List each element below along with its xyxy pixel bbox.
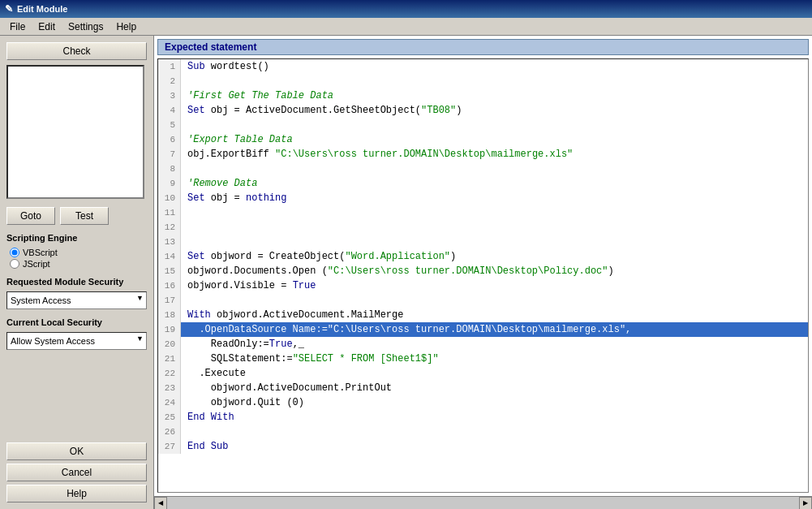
table-row: 2 <box>158 74 808 88</box>
scripting-engine-group: VBScript JScript <box>10 248 147 269</box>
security-dropdown[interactable]: System Access Local Access No Access <box>6 291 147 309</box>
code-line[interactable]: .OpenDataSource Name:="C:\Users\ross tur… <box>181 322 808 337</box>
jscript-option[interactable]: JScript <box>10 259 147 269</box>
table-row: 22 .Execute <box>158 366 808 381</box>
code-line[interactable] <box>181 235 808 249</box>
check-button[interactable]: Check <box>6 42 147 60</box>
code-line[interactable]: End Sub <box>181 439 808 454</box>
jscript-radio[interactable] <box>10 259 19 269</box>
table-row: 25End With <box>158 410 808 425</box>
table-row: 20 ReadOnly:=True,_ <box>158 337 808 352</box>
line-number: 22 <box>158 366 181 381</box>
table-row: 18With objword.ActiveDocument.MailMerge <box>158 308 808 322</box>
code-line[interactable]: ReadOnly:=True,_ <box>181 337 808 352</box>
code-line[interactable]: objword.Documents.Open ("C:\Users\ross t… <box>181 264 808 278</box>
goto-button[interactable]: Goto <box>6 207 55 225</box>
code-line[interactable]: With objword.ActiveDocument.MailMerge <box>181 308 808 322</box>
code-line[interactable]: objword.Visible = True <box>181 278 808 293</box>
code-line[interactable] <box>181 220 808 235</box>
table-row: 1Sub wordtest() <box>158 59 808 74</box>
main-container: Check Goto Test Scripting Engine VBScrip… <box>0 36 812 509</box>
vbscript-label: VBScript <box>23 248 58 257</box>
help-button[interactable]: Help <box>6 485 147 503</box>
scroll-track[interactable] <box>167 497 799 510</box>
code-line[interactable]: objword.ActiveDocument.PrintOut <box>181 381 808 395</box>
table-row: 9'Remove Data <box>158 176 808 191</box>
line-number: 12 <box>158 220 181 235</box>
local-security-dropdown-wrapper: Allow System Access Allow Local Access N… <box>6 332 147 350</box>
line-number: 21 <box>158 352 181 366</box>
table-row: 13 <box>158 235 808 249</box>
table-row: 8 <box>158 162 808 176</box>
code-line[interactable]: 'First Get The Table Data <box>181 88 808 103</box>
horizontal-scrollbar[interactable]: ◀ ▶ <box>154 496 812 509</box>
scroll-left-arrow[interactable]: ◀ <box>154 497 167 510</box>
line-number: 27 <box>158 439 181 454</box>
code-line[interactable]: SQLStatement:="SELECT * FROM [Sheet1$]" <box>181 352 808 366</box>
scroll-right-arrow[interactable]: ▶ <box>799 497 812 510</box>
line-number: 8 <box>158 162 181 176</box>
preview-box <box>6 65 144 199</box>
error-bar: Expected statement <box>157 39 809 55</box>
line-number: 11 <box>158 205 181 220</box>
code-line[interactable] <box>181 118 808 132</box>
code-line[interactable] <box>181 74 808 88</box>
table-row: 12 <box>158 220 808 235</box>
goto-test-row: Goto Test <box>6 207 147 225</box>
menu-settings[interactable]: Settings <box>62 19 110 34</box>
menu-file[interactable]: File <box>3 19 32 34</box>
code-area[interactable]: 1Sub wordtest()23'First Get The Table Da… <box>157 58 809 493</box>
test-button[interactable]: Test <box>60 207 109 225</box>
table-row: 7obj.ExportBiff "C:\Users\ross turner.DO… <box>158 147 808 162</box>
current-local-security-label: Current Local Security <box>6 317 147 327</box>
code-line[interactable]: .Execute <box>181 366 808 381</box>
table-row: 19 .OpenDataSource Name:="C:\Users\ross … <box>158 322 808 337</box>
code-line[interactable]: Set obj = ActiveDocument.GetSheetObject(… <box>181 103 808 118</box>
code-line[interactable]: 'Remove Data <box>181 176 808 191</box>
line-number: 13 <box>158 235 181 249</box>
local-security-dropdown[interactable]: Allow System Access Allow Local Access N… <box>6 332 147 350</box>
table-row: 23 objword.ActiveDocument.PrintOut <box>158 381 808 395</box>
code-line[interactable]: End With <box>181 410 808 425</box>
code-line[interactable] <box>181 205 808 220</box>
line-number: 16 <box>158 278 181 293</box>
code-line[interactable] <box>181 425 808 439</box>
title-icon: ✎ <box>5 3 13 15</box>
line-number: 17 <box>158 293 181 308</box>
table-row: 14Set objword = CreateObject("Word.Appli… <box>158 249 808 264</box>
menu-help[interactable]: Help <box>110 19 143 34</box>
table-row: 15objword.Documents.Open ("C:\Users\ross… <box>158 264 808 278</box>
title-bar: ✎ Edit Module <box>0 0 812 18</box>
bottom-buttons: OK Cancel Help <box>6 442 147 503</box>
ok-button[interactable]: OK <box>6 442 147 460</box>
code-line[interactable]: Set objword = CreateObject("Word.Applica… <box>181 249 808 264</box>
table-row: 5 <box>158 118 808 132</box>
code-line[interactable]: Sub wordtest() <box>181 59 808 74</box>
line-number: 1 <box>158 59 181 74</box>
menu-edit[interactable]: Edit <box>32 19 62 34</box>
line-number: 26 <box>158 425 181 439</box>
code-line[interactable]: Set obj = nothing <box>181 191 808 205</box>
vbscript-radio[interactable] <box>10 248 19 257</box>
code-line[interactable]: obj.ExportBiff "C:\Users\ross turner.DOM… <box>181 147 808 162</box>
jscript-label: JScript <box>23 259 50 269</box>
cancel-button[interactable]: Cancel <box>6 464 147 481</box>
line-number: 10 <box>158 191 181 205</box>
table-row: 6'Export Table Data <box>158 132 808 147</box>
line-number: 6 <box>158 132 181 147</box>
security-dropdown-wrapper: System Access Local Access No Access <box>6 291 147 309</box>
table-row: 16objword.Visible = True <box>158 278 808 293</box>
code-line[interactable] <box>181 293 808 308</box>
code-line[interactable]: objword.Quit (0) <box>181 395 808 410</box>
line-number: 7 <box>158 147 181 162</box>
code-line[interactable] <box>181 162 808 176</box>
line-number: 25 <box>158 410 181 425</box>
table-row: 24 objword.Quit (0) <box>158 395 808 410</box>
vbscript-option[interactable]: VBScript <box>10 248 147 257</box>
line-number: 20 <box>158 337 181 352</box>
code-line[interactable]: 'Export Table Data <box>181 132 808 147</box>
table-row: 26 <box>158 425 808 439</box>
table-row: 21 SQLStatement:="SELECT * FROM [Sheet1$… <box>158 352 808 366</box>
line-number: 19 <box>158 322 181 337</box>
right-panel: Expected statement 1Sub wordtest()23'Fir… <box>154 36 812 509</box>
